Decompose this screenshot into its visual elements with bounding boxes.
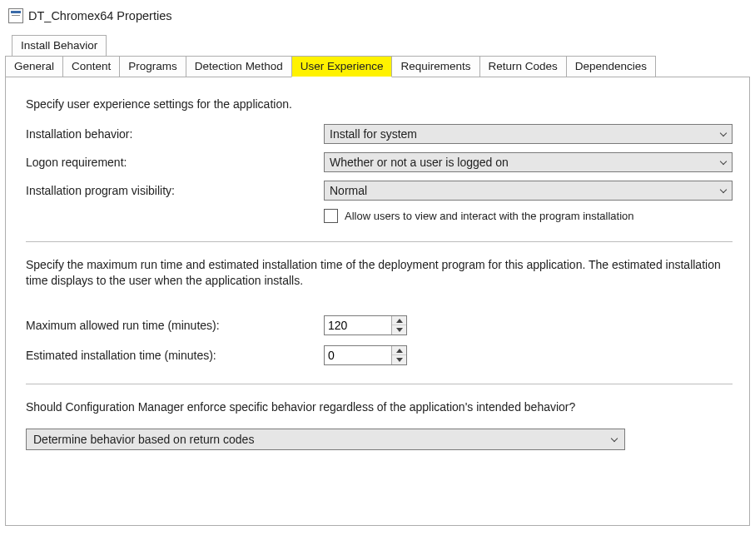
chevron-up-icon bbox=[396, 349, 403, 353]
spinner-buttons bbox=[391, 346, 406, 364]
est-install-label: Estimated installation time (minutes): bbox=[26, 349, 324, 362]
installation-behavior-label: Installation behavior: bbox=[26, 127, 324, 141]
program-visibility-label: Installation program visibility: bbox=[26, 184, 324, 197]
row-enforce-behavior: Determine behavior based on return codes bbox=[26, 429, 733, 450]
row-max-runtime: Maximum allowed run time (minutes): bbox=[26, 315, 733, 335]
tab-user-experience[interactable]: User Experience bbox=[291, 56, 393, 77]
tab-row-lower: General Content Programs Detection Metho… bbox=[5, 56, 750, 77]
chevron-up-icon bbox=[396, 319, 403, 323]
spinner-up-button[interactable] bbox=[392, 346, 406, 356]
tab-dependencies[interactable]: Dependencies bbox=[566, 56, 656, 77]
program-visibility-dropdown[interactable]: Normal bbox=[324, 181, 733, 201]
row-allow-interact: Allow users to view and interact with th… bbox=[324, 209, 733, 223]
ux-intro-text: Specify user experience settings for the… bbox=[26, 97, 733, 111]
logon-requirement-value: Whether or not a user is logged on bbox=[330, 156, 509, 169]
spinner-buttons bbox=[391, 316, 406, 335]
chevron-down-icon bbox=[611, 435, 619, 444]
installation-behavior-value: Install for system bbox=[330, 127, 417, 141]
enforce-question-text: Should Configuration Manager enforce spe… bbox=[26, 399, 733, 415]
chevron-down-icon bbox=[720, 186, 728, 195]
tab-install-behavior[interactable]: Install Behavior bbox=[12, 35, 107, 57]
separator bbox=[26, 241, 733, 242]
chevron-down-icon bbox=[396, 328, 403, 332]
runtime-intro-text: Specify the maximum run time and estimat… bbox=[26, 257, 733, 289]
enforce-behavior-dropdown[interactable]: Determine behavior based on return codes bbox=[26, 429, 625, 450]
enforce-behavior-value: Determine behavior based on return codes bbox=[33, 433, 254, 446]
spinner-down-button[interactable] bbox=[392, 325, 406, 335]
installation-behavior-dropdown[interactable]: Install for system bbox=[324, 124, 733, 144]
max-runtime-input[interactable] bbox=[325, 316, 391, 335]
logon-requirement-label: Logon requirement: bbox=[26, 156, 324, 169]
tab-return-codes[interactable]: Return Codes bbox=[479, 56, 567, 77]
tab-area: Install Behavior General Content Program… bbox=[0, 35, 755, 526]
chevron-down-icon bbox=[720, 130, 728, 138]
window-icon bbox=[8, 8, 23, 23]
allow-interact-checkbox[interactable] bbox=[324, 209, 338, 223]
allow-interact-label: Allow users to view and interact with th… bbox=[345, 210, 634, 222]
tab-panel-user-experience: Specify user experience settings for the… bbox=[5, 77, 750, 526]
titlebar: DT_Chromex64 Properties bbox=[0, 0, 755, 35]
est-install-spinner[interactable] bbox=[324, 345, 407, 365]
program-visibility-value: Normal bbox=[330, 184, 367, 197]
properties-window: DT_Chromex64 Properties Install Behavior… bbox=[0, 0, 755, 526]
window-title: DT_Chromex64 Properties bbox=[28, 9, 171, 22]
row-program-visibility: Installation program visibility: Normal bbox=[26, 181, 733, 201]
tab-detection-method[interactable]: Detection Method bbox=[186, 56, 292, 77]
row-est-install: Estimated installation time (minutes): bbox=[26, 345, 733, 365]
max-runtime-spinner[interactable] bbox=[324, 315, 407, 335]
est-install-input[interactable] bbox=[325, 346, 391, 364]
tab-requirements[interactable]: Requirements bbox=[391, 56, 479, 77]
max-runtime-label: Maximum allowed run time (minutes): bbox=[26, 319, 324, 332]
separator bbox=[26, 384, 733, 384]
logon-requirement-dropdown[interactable]: Whether or not a user is logged on bbox=[324, 152, 733, 172]
tab-programs[interactable]: Programs bbox=[119, 56, 186, 77]
tab-general[interactable]: General bbox=[5, 56, 63, 77]
chevron-down-icon bbox=[396, 358, 403, 362]
row-logon-requirement: Logon requirement: Whether or not a user… bbox=[26, 152, 733, 172]
tab-row-upper: Install Behavior bbox=[5, 35, 750, 57]
tab-content[interactable]: Content bbox=[62, 56, 120, 77]
spinner-down-button[interactable] bbox=[392, 355, 406, 364]
row-installation-behavior: Installation behavior: Install for syste… bbox=[26, 124, 733, 144]
chevron-down-icon bbox=[720, 158, 728, 166]
spinner-up-button[interactable] bbox=[392, 316, 406, 326]
